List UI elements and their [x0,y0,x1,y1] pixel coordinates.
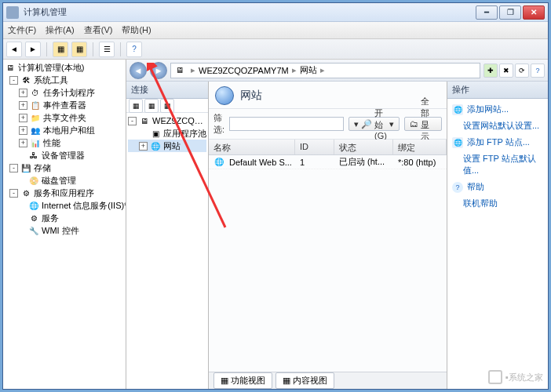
col-status[interactable]: 状态 [334,140,393,154]
tree-wmi[interactable]: 🔧 WMI 控件 [5,224,124,237]
tree-task-scheduler[interactable]: + ⏱ 任务计划程序 [5,86,124,99]
action-site-defaults[interactable]: 设置网站默认设置... [452,120,543,132]
tree-services-apps[interactable]: - ⚙ 服务和应用程序 [5,187,124,199]
action-label: 设置 FTP 站点默认值... [463,153,543,176]
tree-label: Internet 信息服务(IIS)管 [42,200,126,212]
breadcrumb[interactable]: 🖥 ▸ WEZ9ZCQOZPAMY7M ▸ 网站 ▸ [170,63,480,78]
menu-help[interactable]: 帮助(H) [122,24,151,36]
tab-features[interactable]: ▦ 功能视图 [213,372,272,389]
help-icon: ? [452,182,463,193]
tree-label: 共享文件夹 [43,112,86,124]
tree-label: 性能 [43,137,60,149]
chevron-right-icon: ▸ [320,65,325,75]
share-icon: 📁 [30,112,41,123]
conn-tool-3[interactable]: ▦ [160,99,174,113]
nav-extra-icons: ✚ ✖ ⟳ ? [483,64,545,78]
left-tree-pane: 🖥 计算机管理(本地) - 🛠 系统工具 + ⏱ 任务计划程序 + 📋 事件查看… [3,60,126,389]
expand-icon[interactable]: + [19,114,27,122]
tree-disk-mgmt[interactable]: 📀 磁盘管理 [5,174,124,187]
breadcrumb-sites[interactable]: 网站 [300,64,317,76]
tree-system-tools[interactable]: - 🛠 系统工具 [5,74,124,86]
menu-file[interactable]: 文件(F) [8,24,36,36]
action-label: 设置网站默认设置... [463,120,539,132]
show-all-button[interactable]: 🗂 全部显示(A) [404,117,442,131]
tree-local-users[interactable]: + 👥 本地用户和组 [5,124,124,136]
conn-tool-1[interactable]: ▦ [129,99,143,113]
conn-label: WEZ9ZCQOZPAMY7I [152,116,206,125]
conn-server-node[interactable]: - 🖥 WEZ9ZCQOZPAMY7I [128,114,206,127]
center-title: 网站 [240,89,262,103]
expand-icon[interactable]: + [19,101,27,110]
collapse-icon[interactable]: - [9,76,18,85]
tree-label: 服务和应用程序 [34,187,94,199]
conn-toolbar: ▦ ▦ ▦ [126,99,208,113]
close-button[interactable]: ✕ [523,5,545,20]
toolbar-btn-2[interactable]: ▦ [71,42,87,57]
table-row[interactable]: 🌐 Default Web S... 1 已启动 (ht... *:80 (ht… [209,155,447,169]
content-row: 连接 ▦ ▦ ▦ - 🖥 WEZ9ZCQOZPAMY7I [126,82,548,389]
server-icon: 🖥 [174,65,185,76]
expand-icon[interactable]: + [19,139,27,147]
expand-icon[interactable]: + [19,126,27,135]
main-area: 🖥 计算机管理(本地) - 🛠 系统工具 + ⏱ 任务计划程序 + 📋 事件查看… [3,60,548,389]
nav-icon-2[interactable]: ✖ [499,64,513,78]
wmi-icon: 🔧 [28,225,39,236]
minimize-button[interactable]: ━ [476,5,498,20]
collapse-icon[interactable]: - [9,189,18,198]
menu-view[interactable]: 查看(V) [84,24,113,36]
actions-list: 🌐 添加网站... 设置网站默认设置... 🌐 添加 FTP 站点... 设置 … [447,99,548,214]
nav-forward-button[interactable]: ► [150,62,167,79]
tree-label: 服务 [42,212,59,224]
tree-device-manager[interactable]: 🖧 设备管理器 [5,149,124,162]
globe-icon: 🌐 [452,137,463,148]
action-help[interactable]: ? 帮助 [452,181,543,193]
nav-icon-1[interactable]: ✚ [483,64,498,78]
action-ftp-defaults[interactable]: 设置 FTP 站点默认值... [452,153,543,176]
conn-tool-2[interactable]: ▦ [144,99,159,113]
action-online-help[interactable]: 联机帮助 [452,198,543,209]
conn-app-pools[interactable]: ▣ 应用程序池 [128,127,206,140]
col-id[interactable]: ID [295,140,334,154]
tab-content[interactable]: ▦ 内容视图 [276,372,334,389]
tree-iis[interactable]: 🌐 Internet 信息服务(IIS)管 [5,199,124,212]
conn-sites[interactable]: + 🌐 网站 [128,140,206,152]
collapse-icon[interactable]: - [9,164,18,172]
toolbar-btn-1[interactable]: ▦ [53,42,68,57]
forward-button[interactable]: ► [25,42,41,57]
go-button[interactable]: ▾ 🔎开始(G) ▾ [348,117,400,131]
nav-bar: ◄ ► 🖥 ▸ WEZ9ZCQOZPAMY7M ▸ 网站 ▸ ✚ ✖ ⟳ ? [126,60,548,82]
nav-back-button[interactable]: ◄ [130,62,147,79]
filter-input[interactable] [229,117,344,131]
toolbar-btn-3[interactable]: ☰ [99,42,115,57]
expand-icon[interactable]: + [139,142,148,151]
action-add-site[interactable]: 🌐 添加网站... [452,103,543,115]
back-button[interactable]: ◄ [6,42,22,57]
go-label: 开始(G) [374,107,387,140]
tree-event-viewer[interactable]: + 📋 事件查看器 [5,99,124,111]
tree-performance[interactable]: + 📊 性能 [5,136,124,149]
help-button[interactable]: ? [126,42,142,57]
menu-action[interactable]: 操作(A) [46,24,75,36]
tree-root[interactable]: 🖥 计算机管理(本地) [5,61,124,74]
cell-id: 1 [295,158,334,167]
tree-label: 系统工具 [34,74,68,86]
computer-icon: 🖥 [5,62,16,73]
tree-storage[interactable]: - 💾 存储 [5,162,124,174]
center-header: 网站 [209,82,447,109]
conn-label: 网站 [163,140,181,152]
maximize-button[interactable]: ❐ [499,5,521,20]
expand-icon[interactable]: + [19,89,27,97]
separator [46,42,47,56]
collapse-icon[interactable]: - [128,117,137,125]
disk-icon: 📀 [28,175,39,186]
breadcrumb-server[interactable]: WEZ9ZCQOZPAMY7M [199,66,289,75]
col-name[interactable]: 名称 [209,140,295,154]
col-binding[interactable]: 绑定 [393,140,447,154]
tree-shared-folders[interactable]: + 📁 共享文件夹 [5,111,124,124]
nav-help-icon[interactable]: ? [531,64,545,78]
action-label: 联机帮助 [463,198,498,209]
nav-icon-3[interactable]: ⟳ [515,64,529,78]
action-add-ftp[interactable]: 🌐 添加 FTP 站点... [452,136,543,148]
tree-label: 设备管理器 [42,150,85,162]
tree-services[interactable]: ⚙ 服务 [5,212,124,224]
